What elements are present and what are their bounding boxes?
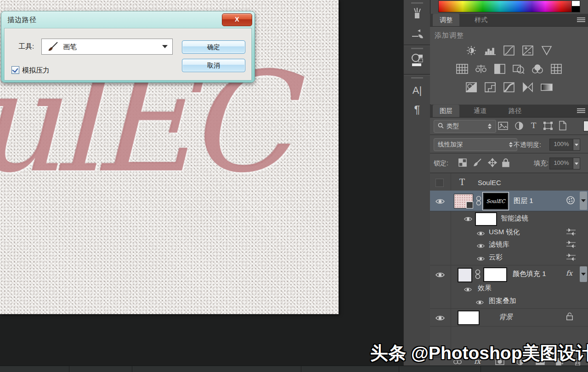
tab-styles[interactable]: 样式 (468, 14, 494, 26)
filter-smart-objects-icon[interactable] (559, 121, 567, 132)
filter-blending-icon[interactable] (566, 228, 576, 237)
color-lookup-icon[interactable] (550, 63, 563, 74)
opacity-dropdown-icon[interactable] (573, 139, 580, 151)
visibility-toggle-empty[interactable] (435, 179, 444, 187)
eye-icon[interactable] (464, 286, 472, 294)
tab-paths[interactable]: 路径 (502, 105, 528, 117)
threshold-icon[interactable] (503, 82, 515, 93)
chevron-down-icon[interactable] (162, 45, 168, 48)
layer-row-clouds[interactable]: 云彩 (430, 251, 588, 265)
layer-name[interactable]: 背景 (499, 313, 513, 321)
gradient-map-icon[interactable] (540, 82, 553, 93)
layer-name[interactable]: SoulEC (478, 179, 501, 186)
layer-name[interactable]: 云彩 (489, 253, 503, 262)
layer-thumbnail[interactable] (454, 194, 473, 209)
curves-icon[interactable] (503, 45, 515, 56)
eye-icon[interactable] (464, 215, 472, 224)
layer-name[interactable]: 颜色填充 1 (513, 270, 546, 278)
fx-icon[interactable]: fx (566, 269, 572, 277)
lock-transparent-icon[interactable] (458, 158, 467, 169)
filter-pixel-layers-icon[interactable] (498, 122, 508, 132)
opacity-value[interactable]: 100% (549, 139, 573, 151)
character-panel-icon[interactable]: A| (409, 83, 425, 98)
layer-name[interactable]: 图案叠加 (489, 297, 516, 305)
ok-button[interactable]: 确定 (182, 40, 245, 54)
layer-mask-thumbnail[interactable] (483, 267, 507, 282)
filter-adjustment-layers-icon[interactable] (514, 121, 524, 132)
filter-type-layers-icon[interactable]: T (531, 121, 536, 130)
layer-filter-kind-select[interactable]: 类型 (434, 120, 496, 133)
layer-mask-thumbnail[interactable]: SoulEC (483, 193, 508, 209)
mask-link-icon[interactable] (476, 195, 481, 208)
layer-row-usm[interactable]: USM 锐化 (430, 226, 588, 238)
invert-icon[interactable] (465, 82, 478, 93)
levels-icon[interactable] (484, 45, 497, 56)
tab-adjustments[interactable]: 调整 (433, 14, 459, 26)
layer-row-layer1[interactable]: SoulEC 图层 1 (430, 191, 588, 211)
eye-icon[interactable] (435, 315, 445, 323)
brightness-contrast-icon[interactable] (465, 45, 478, 56)
layer-name[interactable]: 滤镜库 (489, 240, 509, 249)
lock-pixels-icon[interactable] (473, 158, 482, 169)
color-balance-icon[interactable] (475, 63, 487, 74)
brush-panel-icon[interactable] (409, 6, 425, 22)
filter-blending-icon[interactable] (566, 241, 576, 250)
exposure-icon[interactable] (521, 45, 534, 56)
dock-group-grip[interactable] (411, 2, 423, 4)
tab-channels[interactable]: 通道 (467, 105, 493, 117)
filter-clipped-icon[interactable] (583, 121, 588, 131)
simulate-pressure-checkbox[interactable] (11, 66, 19, 74)
layer-row-pattern-overlay[interactable]: 图案叠加 (430, 294, 588, 308)
layer-name[interactable]: 图层 1 (514, 197, 533, 205)
smart-filter-collapse-button[interactable] (580, 192, 587, 210)
filter-shape-layers-icon[interactable] (543, 121, 553, 132)
eye-icon[interactable] (435, 271, 445, 280)
effects-collapse-button[interactable] (580, 266, 587, 282)
close-button[interactable]: X (222, 13, 252, 26)
photo-filter-icon[interactable] (512, 63, 525, 74)
dock-group-grip[interactable] (411, 77, 423, 79)
layer-row-color-fill[interactable]: 颜色填充 1 fx (430, 265, 588, 283)
fill-swatch-thumbnail[interactable] (458, 268, 472, 282)
brush-presets-panel-icon[interactable] (409, 26, 425, 41)
layer-name[interactable]: 智能滤镜 (501, 214, 528, 223)
layer-row-smart-filters[interactable]: 智能滤镜 (430, 211, 588, 226)
layer-name[interactable]: 效果 (478, 284, 492, 293)
dock-group-grip[interactable] (411, 48, 423, 49)
layer-row-background[interactable]: 背景 (430, 308, 588, 327)
panel-menu-icon[interactable] (577, 108, 585, 114)
selective-color-icon[interactable] (521, 82, 534, 93)
eye-icon[interactable] (477, 230, 485, 238)
lock-position-icon[interactable] (488, 158, 497, 169)
fill-dropdown-icon[interactable] (573, 158, 580, 169)
lock-all-icon[interactable] (502, 158, 510, 169)
eye-icon[interactable] (477, 242, 485, 250)
tab-layers[interactable]: 图层 (433, 105, 459, 117)
smart-filter-icon[interactable] (566, 196, 575, 207)
paragraph-panel-icon[interactable]: ¶ (409, 102, 425, 118)
layer-thumbnail[interactable] (458, 310, 480, 325)
mini-bridge-panel-icon[interactable] (409, 52, 425, 68)
black-swatch[interactable] (571, 6, 580, 12)
cancel-button[interactable]: 取消 (182, 59, 245, 72)
hue-saturation-icon[interactable] (456, 63, 469, 74)
filter-blending-icon[interactable] (566, 254, 576, 263)
smart-filter-mask-thumbnail[interactable] (475, 212, 497, 226)
mask-link-icon[interactable] (475, 269, 481, 282)
layer-row-effects[interactable]: 效果 (430, 282, 588, 294)
eye-icon[interactable] (476, 299, 484, 307)
eye-icon[interactable] (477, 255, 485, 263)
color-spectrum-ramp[interactable] (438, 0, 572, 12)
fill-value[interactable]: 100% (549, 158, 573, 169)
eye-icon[interactable] (435, 198, 445, 206)
posterize-icon[interactable] (484, 82, 497, 93)
layer-name[interactable]: USM 锐化 (489, 228, 520, 237)
layer-row-soulec[interactable]: T SoulEC (430, 175, 588, 191)
tool-select[interactable]: 画笔 (41, 39, 173, 55)
black-white-icon[interactable] (493, 63, 506, 74)
panel-menu-icon[interactable] (577, 17, 585, 23)
channel-mixer-icon[interactable] (531, 63, 544, 74)
layer-row-filter-gallery[interactable]: 滤镜库 (430, 238, 588, 251)
blend-mode-select[interactable]: 线性加深 (434, 138, 517, 151)
vibrance-icon[interactable] (540, 45, 553, 56)
